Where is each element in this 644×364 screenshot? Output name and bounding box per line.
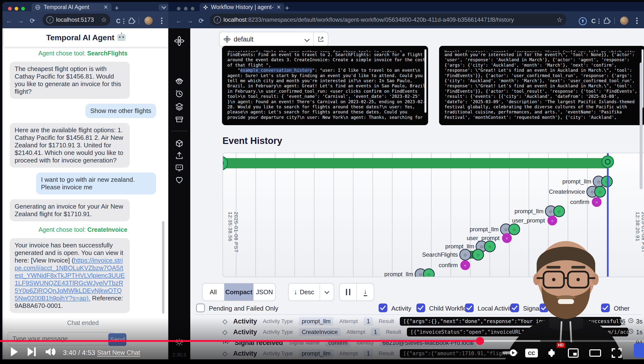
miniplayer-button[interactable] (568, 348, 578, 359)
code-panel-input[interactable]: description": "Help the user gather args… (222, 46, 428, 125)
browser-menu-icon[interactable] (636, 20, 638, 22)
site-info-icon[interactable]: i (214, 16, 221, 24)
forward-button[interactable]: → (187, 17, 193, 25)
agent-message-bubble: Here are the available flight options: 1… (10, 123, 130, 168)
play-button[interactable] (10, 347, 18, 358)
timeline-completed-marker[interactable]: ◇ (472, 249, 484, 260)
field-value: 1 (364, 317, 373, 326)
sort-desc-button[interactable]: ↓Desc (288, 284, 320, 300)
timeline-completed-marker[interactable]: ◇ (594, 186, 606, 198)
view-option-compact[interactable]: Compact (224, 284, 254, 300)
timeline-event-label: user_prompt (512, 217, 545, 224)
zoom-window-button[interactable] (191, 7, 194, 10)
back-button[interactable]: ← (176, 17, 182, 25)
filter-checkbox-child-workflow[interactable] (416, 304, 425, 312)
temporal-logo[interactable] (174, 36, 185, 46)
view-option-json[interactable]: JSON (254, 284, 275, 300)
page-corner-button[interactable] (634, 343, 644, 358)
event-activity-icon: ◇ (222, 318, 227, 325)
browser-menu-icon[interactable] (161, 20, 162, 22)
profile-avatar[interactable] (620, 16, 628, 25)
chat-scrollbar[interactable] (162, 221, 164, 314)
minimize-window-button[interactable] (184, 7, 188, 10)
pending-failed-checkbox[interactable] (196, 304, 205, 312)
tab-workflow-history[interactable]: Workflow History | agent-wor ✕ (200, 3, 284, 11)
support-heart-icon[interactable] (175, 176, 184, 184)
globe-favicon (35, 4, 41, 10)
start-new-chat-link[interactable]: Start New Chat (97, 349, 140, 356)
address-bar[interactable]: i localhost:5173 ☆ (42, 14, 110, 26)
open-external-icon[interactable] (318, 36, 324, 42)
timeline-signal-marker[interactable]: ≡ (548, 216, 557, 226)
next-button[interactable] (27, 347, 36, 358)
pause-button[interactable] (340, 284, 357, 300)
close-window-button[interactable] (8, 7, 12, 10)
theme-sun-icon[interactable] (175, 338, 184, 347)
event-history-title: Event History (222, 136, 282, 146)
codec-cube-icon[interactable] (175, 139, 184, 148)
tab-close-icon[interactable]: ✕ (104, 4, 108, 10)
time-display: 3:40 / 4:53 (63, 349, 95, 357)
autoplay-toggle[interactable] (502, 349, 518, 357)
namespace-select[interactable]: default (219, 32, 328, 47)
download-history-button[interactable]: ↓ (357, 284, 374, 300)
left-toolbar: ← → ⟳ i localhost:5173 ☆ C⋮ (2, 11, 168, 28)
schedules-clock-icon[interactable] (175, 90, 184, 98)
send-button[interactable]: Send (108, 333, 126, 346)
bookmark-star-icon[interactable]: ☆ (557, 16, 562, 24)
import-upload-icon[interactable] (175, 151, 184, 160)
namespaces-layers-icon[interactable] (175, 102, 184, 111)
sort-menu-button[interactable] (320, 284, 334, 300)
fullscreen-button[interactable] (611, 348, 622, 359)
back-button[interactable]: ← (6, 17, 12, 25)
close-window-button[interactable] (177, 7, 180, 10)
address-bar[interactable]: i localhost:8233/namespaces/default/work… (210, 14, 566, 26)
password-manager-icon[interactable] (578, 17, 587, 25)
timeline-signal-marker[interactable]: ≡ (460, 260, 470, 270)
new-tab-button[interactable]: + (115, 4, 119, 12)
progress-scrubber[interactable] (476, 337, 484, 345)
theater-mode-button[interactable] (589, 349, 601, 358)
extension-c-icon[interactable]: C⋮ (591, 18, 602, 25)
site-info-icon[interactable]: i (46, 16, 54, 24)
volume-icon[interactable] (45, 347, 56, 358)
extension-c-icon[interactable]: C⋮ (116, 18, 127, 25)
forward-button[interactable]: → (18, 17, 24, 25)
bookmark-star-icon[interactable]: ☆ (101, 16, 107, 24)
extensions-puzzle-icon[interactable] (128, 17, 136, 25)
code-scrollbar[interactable] (424, 49, 426, 113)
workflows-eye-icon[interactable] (175, 77, 184, 86)
timeline-gridline (353, 153, 354, 277)
timeline-completed-marker[interactable]: ◇ (423, 268, 435, 277)
filter-checkbox-local-activity[interactable] (465, 304, 474, 312)
workflow-execution-bar[interactable] (222, 158, 608, 168)
right-toolbar: ← → ⟳ i localhost:8233/namespaces/defaul… (168, 11, 644, 28)
sidebar-divider (171, 131, 187, 131)
timeline-signal-marker[interactable]: ≡ (592, 197, 602, 207)
settings-gear-icon[interactable] (546, 348, 557, 359)
chat-title: Temporal AI Agent (46, 33, 114, 42)
feedback-monitor-icon[interactable] (175, 164, 184, 172)
extensions-puzzle-icon[interactable] (603, 17, 611, 25)
code-panel-history[interactable]: None}}, {'actor': 'agent', 'response': "… (439, 46, 644, 125)
timeline-completed-marker[interactable]: ◇ (484, 240, 496, 252)
profile-avatar[interactable] (144, 16, 153, 25)
zoom-window-button[interactable] (21, 7, 25, 10)
view-option-all[interactable]: All (202, 284, 224, 300)
tab-temporal-ai-agent[interactable]: Temporal AI Agent ✕ (32, 3, 112, 11)
chat-message-list[interactable]: Agent chose tool: SearchFlightsThe cheap… (10, 48, 156, 350)
tab-close-icon[interactable]: ✕ (277, 4, 281, 10)
page-scrollbar[interactable] (640, 62, 642, 189)
message-input[interactable] (8, 332, 114, 346)
filter-checkbox-activity[interactable] (378, 304, 388, 312)
tab-search-button[interactable] (158, 4, 168, 10)
reload-button[interactable]: ⟳ (30, 17, 35, 25)
new-tab-button[interactable]: + (285, 4, 289, 12)
workflow-end-marker[interactable] (601, 156, 614, 168)
minimize-window-button[interactable] (15, 7, 18, 10)
captions-button[interactable]: CC (525, 348, 538, 359)
reload-button[interactable]: ⟳ (198, 17, 204, 25)
timeline-scheduled-marker[interactable]: ◇ (459, 249, 471, 260)
timeline-completed-marker[interactable]: ◇ (553, 206, 565, 217)
archival-box-icon[interactable] (175, 115, 184, 124)
